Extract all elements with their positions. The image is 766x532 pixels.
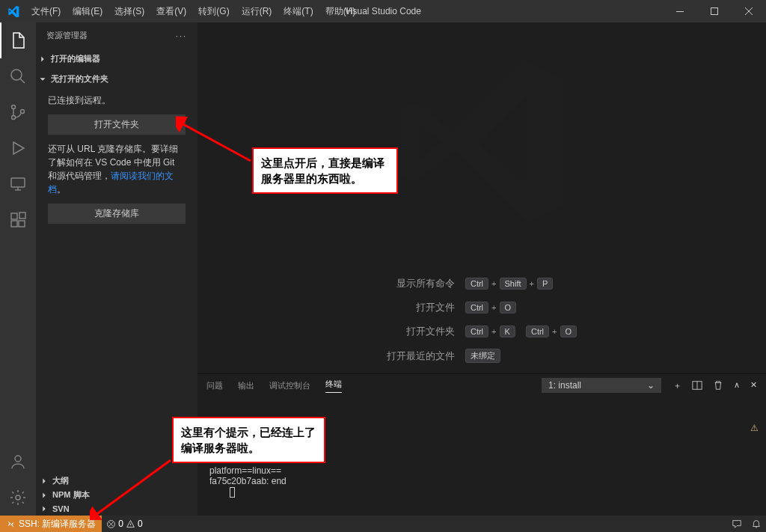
clone-description: 还可从 URL 克隆存储库。要详细了解如何在 VS Code 中使用 Git 和… xyxy=(48,142,186,196)
welcome-commands: 显示所有命令 Ctrl+Shift+P 打开文件 Ctrl+O 打开文件夹 Ct… xyxy=(387,277,577,363)
vscode-logo-icon xyxy=(0,5,26,17)
svn-label: SVN xyxy=(52,504,70,513)
svg-point-18 xyxy=(16,495,20,500)
accounts-icon[interactable] xyxy=(0,444,36,480)
terminal-line: fa75c20b7aab: end xyxy=(209,476,754,486)
svg-point-17 xyxy=(15,456,21,462)
menu-selection[interactable]: 选择(S) xyxy=(109,2,150,21)
terminal-selector[interactable]: 1: install⌄ xyxy=(542,378,661,393)
svg-line-26 xyxy=(182,123,251,161)
menu-terminal[interactable]: 终端(T) xyxy=(278,2,318,21)
svg-rect-0 xyxy=(676,11,684,12)
feedback-icon[interactable] xyxy=(727,519,747,529)
open-folder-button[interactable]: 打开文件夹 xyxy=(48,114,186,135)
new-terminal-icon[interactable]: ＋ xyxy=(673,380,681,391)
cmd-open-folder-keys: Ctrl+K Ctrl+O xyxy=(465,325,577,337)
run-debug-icon[interactable] xyxy=(0,130,36,166)
svg-rect-13 xyxy=(11,213,17,219)
connected-text: 已连接到远程。 xyxy=(48,94,186,107)
arrow-2 xyxy=(90,456,176,520)
remote-explorer-icon[interactable] xyxy=(0,166,36,202)
activity-bar xyxy=(0,22,36,516)
window-title: Visual Studio Code xyxy=(345,6,421,16)
menu-view[interactable]: 查看(V) xyxy=(151,2,192,21)
arrow-1 xyxy=(176,116,254,168)
bell-icon[interactable] xyxy=(747,519,766,529)
search-icon[interactable] xyxy=(0,58,36,94)
sidebar-header: 资源管理器 ··· xyxy=(36,22,197,49)
warning-icon: ⚠ xyxy=(750,423,759,433)
annotation-1: 这里点开后，直接是编译服务器里的东西啦。 xyxy=(252,147,398,194)
cmd-open-recent-keys: 未绑定 xyxy=(465,349,577,363)
cmd-show-all: 显示所有命令 xyxy=(387,277,455,290)
titlebar: 文件(F) 编辑(E) 选择(S) 查看(V) 转到(G) 运行(R) 终端(T… xyxy=(0,0,766,22)
cmd-open-file: 打开文件 xyxy=(387,301,455,314)
cmd-open-recent: 打开最近的文件 xyxy=(387,349,455,363)
close-panel-icon[interactable]: ✕ xyxy=(750,380,757,391)
terminal-cursor-line xyxy=(209,486,754,498)
maximize-button[interactable] xyxy=(697,0,732,22)
svg-rect-15 xyxy=(19,221,25,227)
kill-terminal-icon[interactable] xyxy=(713,380,723,391)
svg-rect-16 xyxy=(19,213,25,218)
source-control-icon[interactable] xyxy=(0,94,36,130)
close-button[interactable] xyxy=(732,0,766,22)
remote-indicator[interactable]: SSH: 新编译服务器 xyxy=(0,516,102,532)
svg-point-6 xyxy=(12,106,16,109)
maximize-panel-icon[interactable]: ∧ xyxy=(734,380,740,391)
clone-repo-button[interactable]: 克隆存储库 xyxy=(48,204,186,224)
svg-marker-9 xyxy=(13,142,24,154)
terminal-line: platform==linux== xyxy=(209,465,754,476)
annotation-2: 这里有个提示，已经连上了编译服务器啦。 xyxy=(172,417,325,463)
more-actions-icon[interactable]: ··· xyxy=(176,31,187,40)
svg-point-8 xyxy=(21,110,25,114)
svg-line-28 xyxy=(96,460,171,515)
problems-status[interactable]: 0 0 xyxy=(102,519,147,529)
tab-debug-console[interactable]: 调试控制台 xyxy=(269,380,310,391)
cmd-show-all-keys: Ctrl+Shift+P xyxy=(465,278,577,290)
svg-line-5 xyxy=(20,79,25,83)
vscode-watermark-icon xyxy=(392,52,572,232)
menu-go[interactable]: 转到(G) xyxy=(193,2,234,21)
no-folder-section[interactable]: 无打开的文件夹 xyxy=(36,72,197,86)
tab-problems[interactable]: 问题 xyxy=(206,380,223,391)
tab-output[interactable]: 输出 xyxy=(238,380,254,391)
no-folder-label: 无打开的文件夹 xyxy=(51,73,108,85)
split-terminal-icon[interactable] xyxy=(692,380,702,391)
svg-rect-14 xyxy=(11,221,17,227)
svg-point-7 xyxy=(12,116,16,120)
extensions-icon[interactable] xyxy=(0,202,36,238)
sidebar-title: 资源管理器 xyxy=(46,30,88,41)
svg-rect-10 xyxy=(11,178,25,187)
window-controls xyxy=(663,0,766,22)
menu-edit[interactable]: 编辑(E) xyxy=(67,2,108,21)
menu-file[interactable]: 文件(F) xyxy=(26,2,66,21)
npm-scripts-label: NPM 脚本 xyxy=(52,489,90,501)
menu-bar: 文件(F) 编辑(E) 选择(S) 查看(V) 转到(G) 运行(R) 终端(T… xyxy=(26,2,361,21)
panel-tabs: 问题 输出 调试控制台 终端 1: install⌄ ＋ ∧ ✕ xyxy=(197,374,766,397)
cmd-open-file-keys: Ctrl+O xyxy=(465,302,577,314)
menu-run[interactable]: 运行(R) xyxy=(236,2,278,21)
open-editors-section[interactable]: 打开的编辑器 xyxy=(36,52,197,66)
minimize-button[interactable] xyxy=(663,0,697,22)
cmd-open-folder: 打开文件夹 xyxy=(387,325,455,338)
tab-terminal[interactable]: 终端 xyxy=(325,379,342,393)
explorer-icon[interactable] xyxy=(0,22,36,58)
outline-label: 大纲 xyxy=(52,475,69,486)
svg-point-4 xyxy=(11,70,22,80)
open-editors-label: 打开的编辑器 xyxy=(51,53,100,64)
chevron-down-icon: ⌄ xyxy=(647,380,655,391)
svg-rect-1 xyxy=(711,8,718,15)
settings-gear-icon[interactable] xyxy=(0,480,36,516)
